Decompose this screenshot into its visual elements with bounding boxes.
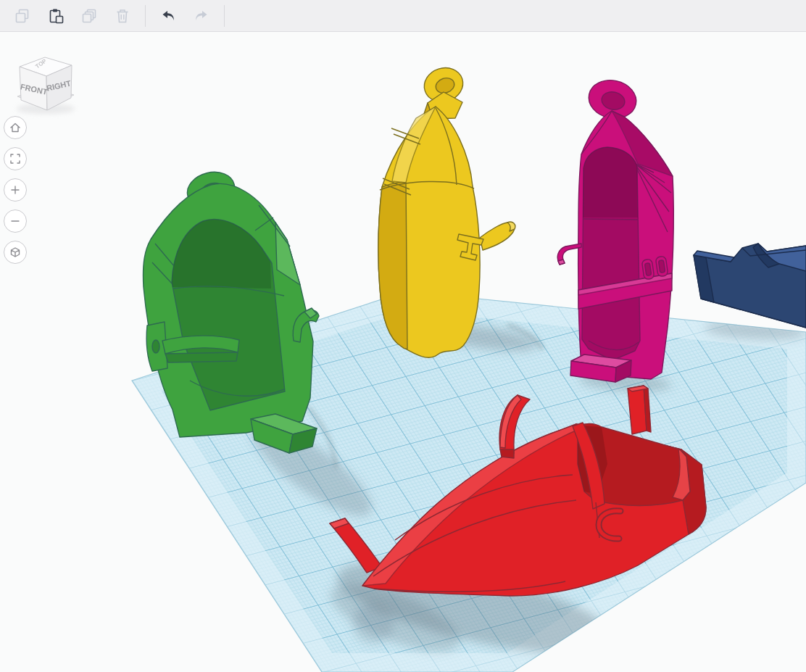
duplicate-icon — [80, 7, 98, 25]
minus-icon — [9, 215, 22, 228]
zoom-out-button[interactable] — [4, 210, 27, 233]
red-left-fin-base — [500, 449, 514, 458]
copy-icon — [14, 7, 31, 25]
undo-arrow-icon — [159, 7, 177, 25]
viewport-nav-controls — [4, 116, 27, 264]
copy-button[interactable] — [10, 4, 35, 28]
redo-arrow-icon — [193, 7, 210, 25]
top-toolbar — [0, 0, 806, 32]
plus-icon — [9, 183, 22, 196]
perspective-toggle-button[interactable] — [4, 241, 27, 264]
toolbar-divider-1 — [145, 5, 146, 27]
paste-icon — [47, 7, 65, 25]
magenta-buckle-hole-1 — [644, 263, 651, 276]
delete-button[interactable] — [110, 4, 135, 28]
perspective-cube-icon — [9, 246, 22, 259]
zoom-in-button[interactable] — [4, 178, 27, 202]
magenta-cavity-dome-shade — [583, 147, 638, 217]
magenta-handle-cap — [558, 260, 565, 265]
redo-button[interactable] — [189, 4, 214, 28]
duplicate-button[interactable] — [77, 4, 101, 28]
viewport-3d[interactable]: FRONT RIGHT TOP — [0, 0, 806, 672]
green-left-handle-face — [165, 352, 238, 362]
fit-view-button[interactable] — [4, 147, 27, 170]
trash-icon — [114, 7, 131, 25]
fit-view-icon — [9, 152, 22, 165]
magenta-buckle-hole-2 — [658, 260, 665, 273]
green-side-block-hole — [152, 340, 159, 353]
home-icon — [9, 121, 22, 134]
undo-button[interactable] — [156, 4, 180, 28]
toolbar-divider-2 — [224, 5, 225, 27]
tinkercad-3d-editor: FRONT RIGHT TOP — [0, 0, 806, 672]
shadow-blob — [353, 603, 394, 644]
paste-button[interactable] — [43, 4, 68, 28]
home-view-button[interactable] — [4, 116, 27, 139]
view-cube[interactable]: FRONT RIGHT TOP — [17, 57, 75, 114]
